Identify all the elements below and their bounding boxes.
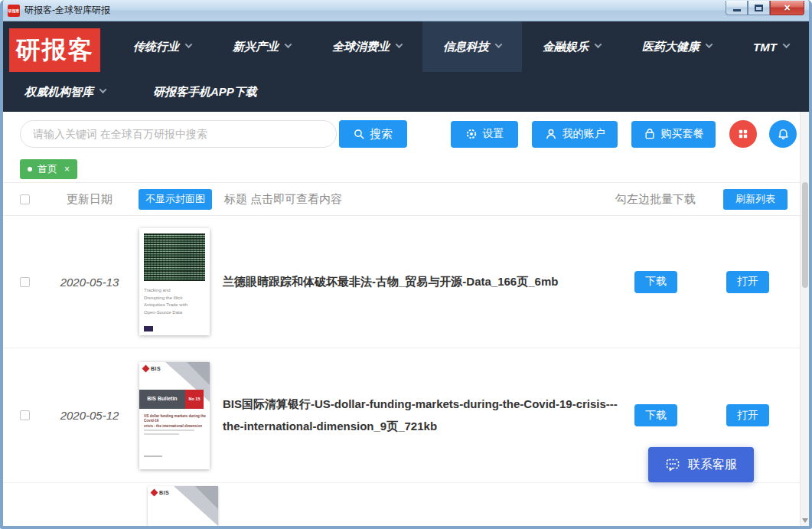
bis-logo-text: BIS — [159, 490, 169, 495]
search-button-label: 搜索 — [370, 127, 393, 142]
cover-decoration — [144, 456, 162, 457]
tab-home-label: 首页 — [38, 162, 57, 176]
gear-icon — [465, 128, 478, 140]
nav-item-global-consumer[interactable]: 全球消费业 — [311, 21, 422, 72]
contact-support-label: 联系客服 — [688, 457, 737, 473]
cover-title-text: Tracking and Disrupting the Illicit Anti… — [144, 287, 205, 316]
hide-covers-button[interactable]: 不显示封面图 — [139, 189, 212, 210]
person-icon — [545, 128, 557, 140]
account-button-label: 我的账户 — [563, 127, 605, 141]
download-button[interactable]: 下载 — [634, 404, 677, 426]
chevron-down-icon — [495, 41, 503, 48]
chevron-down-icon — [285, 41, 292, 48]
nav-item-label: TMT — [753, 41, 777, 54]
nav-item-label: 权威机构智库 — [24, 85, 93, 100]
notifications-button[interactable] — [769, 120, 797, 148]
nav-item-label: 新兴产业 — [233, 40, 279, 54]
nav-item-traditional-industry[interactable]: 传统行业 — [113, 21, 212, 72]
nav-row-secondary: 权威机构智库 研报客手机APP下载 — [3, 72, 809, 112]
promo-button[interactable] — [729, 120, 757, 148]
qr-grid-icon — [737, 128, 749, 140]
account-button[interactable]: 我的账户 — [532, 121, 618, 148]
scroll-down-arrow-icon[interactable] — [802, 518, 808, 523]
nav-item-label: 金融娱乐 — [543, 40, 589, 54]
cover-caption-line: US dollar funding markets during the Cov… — [144, 414, 206, 425]
cover-caption: US dollar funding markets during the Cov… — [144, 414, 206, 430]
column-header-date: 更新日期 — [48, 192, 131, 207]
nav-item-pharma-health[interactable]: 医药大健康 — [621, 21, 732, 72]
nav-item-think-tank[interactable]: 权威机构智库 — [24, 72, 106, 112]
maximize-button[interactable] — [748, 1, 770, 15]
nav-item-label: 传统行业 — [133, 40, 179, 54]
chevron-down-icon — [185, 41, 193, 48]
nav-item-label: 全球消费业 — [332, 40, 390, 54]
report-title-link[interactable]: 兰德眼睛跟踪和体破坏最非法-古物_贸易与开源-Data_166页_6mb — [223, 271, 634, 293]
report-row-partial: BIS — [3, 483, 809, 526]
row-checkbox[interactable] — [20, 410, 30, 420]
purchase-button-label: 购买套餐 — [661, 127, 704, 141]
open-button[interactable]: 打开 — [726, 271, 769, 293]
tabbar: 首页 × — [3, 156, 809, 182]
cover-issue-badge: No 15 — [185, 390, 204, 409]
app-icon: 研报客 — [8, 5, 20, 17]
tab-home[interactable]: 首页 × — [20, 159, 77, 179]
chevron-down-icon — [706, 41, 713, 48]
select-all-checkbox[interactable] — [20, 194, 30, 204]
close-button[interactable]: × — [770, 1, 804, 15]
bis-diamond-icon — [142, 364, 150, 372]
window-title: 研报客-全球智库研报 — [24, 4, 726, 17]
maximize-icon — [755, 5, 763, 11]
nav-row-primary: 研报客 传统行业 新兴产业 全球消费业 信息科技 — [3, 21, 809, 72]
nav-items: 传统行业 新兴产业 全球消费业 信息科技 金融娱乐 — [113, 21, 810, 72]
toolbar: 搜索 设置 我的账户 购买套餐 — [3, 112, 809, 156]
row-actions: 下载 打开 — [634, 271, 769, 293]
report-date: 2020-05-12 — [48, 409, 131, 422]
cover-line: Open-Source Data — [144, 309, 205, 317]
report-title-link[interactable]: BIS国际清算银行-US-dollar-funding-markets-duri… — [223, 393, 634, 437]
search-button[interactable]: 搜索 — [339, 120, 407, 148]
nav-item-tmt[interactable]: TMT — [732, 21, 810, 72]
search-icon — [354, 129, 365, 140]
report-row: 2020-05-13 Tracking and Disrupting the I… — [3, 216, 809, 348]
report-cover-thumbnail[interactable]: BIS — [148, 486, 218, 526]
refresh-list-button[interactable]: 刷新列表 — [723, 189, 788, 210]
shopping-bag-icon — [644, 128, 656, 140]
batch-download-hint: 勾左边批量下载 — [615, 192, 696, 207]
nav-item-emerging-industry[interactable]: 新兴产业 — [212, 21, 311, 72]
row-actions: 下载 打开 — [634, 404, 769, 426]
cover-line: Tracking and — [144, 287, 205, 295]
tab-active-dot-icon — [28, 167, 32, 171]
purchase-button[interactable]: 购买套餐 — [631, 121, 716, 148]
nav-item-finance-entertainment[interactable]: 金融娱乐 — [522, 21, 621, 72]
settings-button[interactable]: 设置 — [451, 121, 518, 148]
bis-diamond-icon — [151, 489, 158, 497]
minimize-icon — [733, 9, 741, 11]
chat-bubble-icon — [665, 457, 680, 472]
app-logo[interactable]: 研报客 — [9, 28, 100, 72]
vertical-scrollbar[interactable] — [800, 112, 809, 526]
tab-close-icon[interactable]: × — [64, 165, 70, 174]
chevron-down-icon — [396, 41, 403, 48]
open-button[interactable]: 打开 — [726, 404, 769, 426]
contact-support-button[interactable]: 联系客服 — [648, 447, 754, 482]
list-header: 更新日期 不显示封面图 标题 点击即可查看内容 勾左边批量下载 刷新列表 — [3, 182, 809, 216]
bell-icon — [777, 128, 790, 141]
cover-decoration — [187, 362, 210, 385]
nav-item-label: 信息科技 — [443, 40, 489, 54]
column-header-title: 标题 点击即可查看内容 — [224, 192, 342, 207]
nav-item-label: 医药大健康 — [642, 40, 699, 54]
report-cover-thumbnail[interactable]: Tracking and Disrupting the Illicit Anti… — [139, 228, 210, 335]
cover-banner: BIS Bulletin — [139, 390, 185, 409]
nav-item-app-download[interactable]: 研报客手机APP下载 — [153, 72, 257, 112]
scrollbar-thumb[interactable] — [802, 182, 808, 288]
cover-line: Disrupting the Illicit — [144, 295, 205, 302]
cover-line: Antiquities Trade with — [144, 302, 205, 309]
minimize-button[interactable] — [726, 1, 748, 15]
search-input[interactable] — [20, 120, 337, 148]
row-checkbox[interactable] — [20, 277, 30, 287]
report-cover-thumbnail[interactable]: BIS BIS Bulletin No 15 US dollar funding… — [139, 362, 210, 469]
nav-item-information-technology[interactable]: 信息科技 — [422, 21, 522, 72]
cover-decoration — [195, 486, 218, 509]
titlebar[interactable]: 研报客 研报客-全球智库研报 × — [3, 0, 809, 21]
download-button[interactable]: 下载 — [634, 271, 677, 293]
